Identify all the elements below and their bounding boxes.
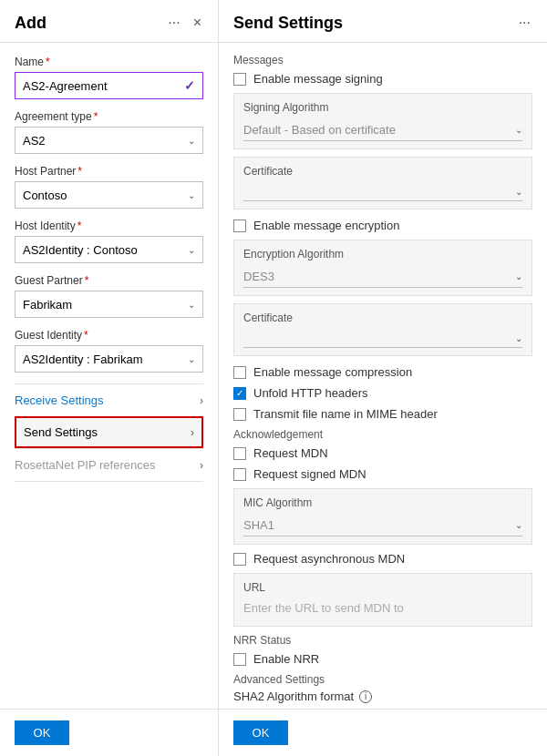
agreement-type-field-group: Agreement type* AS2 ⌄ bbox=[15, 110, 203, 154]
right-footer: OK bbox=[219, 709, 547, 756]
encryption-algorithm-chevron-icon: ⌄ bbox=[515, 271, 522, 281]
close-button[interactable]: × bbox=[191, 13, 203, 33]
guest-partner-chevron-icon: ⌄ bbox=[188, 300, 195, 310]
left-panel: Add ··· × Name* AS2-Agreement ✓ Agreemen… bbox=[0, 0, 219, 756]
request-signed-mdn-row: Request signed MDN bbox=[233, 467, 532, 481]
guest-identity-field-group: Guest Identity* AS2Identity : Fabrikam ⌄ bbox=[15, 329, 203, 373]
guest-partner-label: Guest Partner* bbox=[15, 274, 203, 287]
url-input[interactable]: Enter the URL to send MDN to bbox=[243, 598, 522, 618]
signing-certificate-section: Certificate ⌄ bbox=[233, 157, 532, 209]
request-async-mdn-checkbox[interactable] bbox=[233, 553, 246, 566]
messages-section-label: Messages bbox=[233, 54, 532, 66]
mic-algorithm-label: MIC Algorithm bbox=[243, 496, 522, 509]
agreement-type-label: Agreement type* bbox=[15, 110, 203, 123]
name-label: Name* bbox=[15, 56, 203, 68]
signing-algorithm-section: Signing Algorithm Default - Based on cer… bbox=[233, 93, 532, 149]
unfold-http-label: Unfold HTTP headers bbox=[253, 386, 368, 400]
left-ellipsis-button[interactable]: ··· bbox=[166, 13, 181, 33]
url-section: URL Enter the URL to send MDN to bbox=[233, 573, 532, 627]
signing-algorithm-chevron-icon: ⌄ bbox=[515, 125, 522, 135]
host-identity-field-group: Host Identity* AS2Identity : Contoso ⌄ bbox=[15, 220, 203, 263]
mic-algorithm-chevron-icon: ⌄ bbox=[515, 520, 522, 530]
left-panel-title: Add bbox=[15, 14, 46, 33]
signing-algorithm-label: Signing Algorithm bbox=[243, 101, 522, 114]
agreement-type-chevron-icon: ⌄ bbox=[188, 136, 195, 146]
rosettanet-chevron-icon: › bbox=[200, 459, 203, 472]
signing-certificate-chevron-icon: ⌄ bbox=[515, 187, 522, 197]
name-field-group: Name* AS2-Agreement ✓ bbox=[15, 56, 203, 99]
encryption-certificate-label: Certificate bbox=[243, 312, 522, 324]
enable-encryption-checkbox[interactable] bbox=[233, 220, 246, 232]
acknowledgement-label: Acknowledgement bbox=[233, 428, 532, 441]
request-async-mdn-row: Request asynchronous MDN bbox=[233, 552, 532, 566]
receive-settings-nav[interactable]: Receive Settings › bbox=[15, 383, 203, 416]
mic-algorithm-dropdown[interactable]: SHA1 ⌄ bbox=[243, 515, 522, 536]
host-partner-label: Host Partner* bbox=[15, 165, 203, 178]
sha2-row: SHA2 Algorithm format i bbox=[233, 690, 532, 703]
enable-signing-checkbox[interactable] bbox=[233, 73, 246, 86]
request-async-mdn-label: Request asynchronous MDN bbox=[253, 552, 405, 566]
enable-signing-label: Enable message signing bbox=[253, 72, 383, 86]
request-signed-mdn-checkbox[interactable] bbox=[233, 468, 246, 481]
enable-compression-label: Enable message compression bbox=[253, 365, 412, 379]
right-ok-button[interactable]: OK bbox=[233, 720, 288, 745]
url-label: URL bbox=[243, 581, 522, 594]
left-footer: OK bbox=[0, 709, 218, 756]
guest-identity-label: Guest Identity* bbox=[15, 329, 203, 342]
host-identity-chevron-icon: ⌄ bbox=[188, 245, 195, 255]
encryption-certificate-dropdown[interactable]: ⌄ bbox=[243, 330, 522, 348]
sha2-algorithm-label: SHA2 Algorithm format bbox=[233, 690, 354, 703]
request-signed-mdn-label: Request signed MDN bbox=[253, 467, 366, 481]
enable-compression-checkbox[interactable] bbox=[233, 366, 246, 379]
guest-identity-dropdown[interactable]: AS2Identity : Fabrikam ⌄ bbox=[15, 345, 203, 373]
right-panel-title: Send Settings bbox=[233, 14, 343, 33]
host-identity-label: Host Identity* bbox=[15, 220, 203, 232]
enable-compression-row: Enable message compression bbox=[233, 365, 532, 379]
right-header: Send Settings ··· bbox=[219, 0, 547, 43]
host-partner-chevron-icon: ⌄ bbox=[188, 190, 195, 200]
request-mdn-row: Request MDN bbox=[233, 446, 532, 460]
host-identity-dropdown[interactable]: AS2Identity : Contoso ⌄ bbox=[15, 236, 203, 263]
encryption-certificate-chevron-icon: ⌄ bbox=[515, 333, 522, 343]
send-settings-chevron-icon: › bbox=[191, 426, 194, 439]
left-header-actions: ··· × bbox=[166, 13, 203, 33]
guest-partner-field-group: Guest Partner* Fabrikam ⌄ bbox=[15, 274, 203, 318]
encryption-certificate-section: Certificate ⌄ bbox=[233, 303, 532, 356]
host-partner-field-group: Host Partner* Contoso ⌄ bbox=[15, 165, 203, 209]
transmit-filename-checkbox[interactable] bbox=[233, 408, 246, 421]
encryption-algorithm-dropdown[interactable]: DES3 ⌄ bbox=[243, 266, 522, 288]
send-settings-nav[interactable]: Send Settings › bbox=[15, 416, 203, 448]
unfold-http-checkbox[interactable] bbox=[233, 387, 246, 400]
right-body: Messages Enable message signing Signing … bbox=[219, 43, 547, 709]
enable-nrr-checkbox[interactable] bbox=[233, 653, 246, 666]
mic-algorithm-section: MIC Algorithm SHA1 ⌄ bbox=[233, 488, 532, 545]
rosettanet-nav[interactable]: RosettaNet PIP references › bbox=[15, 448, 203, 482]
left-header: Add ··· × bbox=[0, 0, 218, 43]
request-mdn-checkbox[interactable] bbox=[233, 447, 246, 460]
right-ellipsis-button[interactable]: ··· bbox=[517, 13, 532, 33]
guest-partner-dropdown[interactable]: Fabrikam ⌄ bbox=[15, 291, 203, 318]
signing-certificate-dropdown[interactable]: ⌄ bbox=[243, 183, 522, 201]
guest-identity-chevron-icon: ⌄ bbox=[188, 354, 195, 364]
enable-nrr-row: Enable NRR bbox=[233, 652, 532, 666]
agreement-type-dropdown[interactable]: AS2 ⌄ bbox=[15, 127, 203, 154]
encryption-algorithm-section: Encryption Algorithm DES3 ⌄ bbox=[233, 240, 532, 296]
encryption-algorithm-label: Encryption Algorithm bbox=[243, 248, 522, 261]
receive-settings-chevron-icon: › bbox=[200, 394, 203, 407]
enable-signing-row: Enable message signing bbox=[233, 72, 532, 86]
enable-encryption-row: Enable message encryption bbox=[233, 219, 532, 232]
signing-certificate-label: Certificate bbox=[243, 165, 522, 178]
unfold-http-row: Unfold HTTP headers bbox=[233, 386, 532, 400]
name-input[interactable]: AS2-Agreement ✓ bbox=[15, 72, 203, 99]
signing-algorithm-dropdown[interactable]: Default - Based on certificate ⌄ bbox=[243, 119, 522, 141]
sha2-info-icon[interactable]: i bbox=[359, 690, 372, 703]
nrr-status-label: NRR Status bbox=[233, 634, 532, 647]
advanced-settings-label: Advanced Settings bbox=[233, 673, 532, 686]
check-icon: ✓ bbox=[184, 78, 195, 93]
transmit-filename-row: Transmit file name in MIME header bbox=[233, 407, 532, 421]
enable-nrr-label: Enable NRR bbox=[253, 652, 319, 666]
host-partner-dropdown[interactable]: Contoso ⌄ bbox=[15, 181, 203, 209]
left-body: Name* AS2-Agreement ✓ Agreement type* AS… bbox=[0, 43, 218, 709]
left-ok-button[interactable]: OK bbox=[15, 720, 69, 745]
request-mdn-label: Request MDN bbox=[253, 446, 328, 460]
